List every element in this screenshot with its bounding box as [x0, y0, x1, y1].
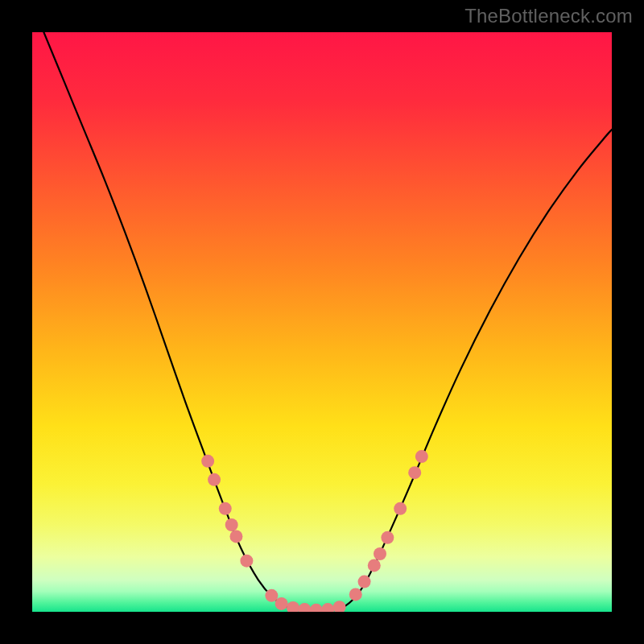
- watermark-text: TheBottleneck.com: [464, 5, 633, 27]
- chart-background-gradient: [32, 32, 612, 612]
- svg-rect-0: [32, 32, 612, 612]
- chart-frame: [32, 32, 612, 612]
